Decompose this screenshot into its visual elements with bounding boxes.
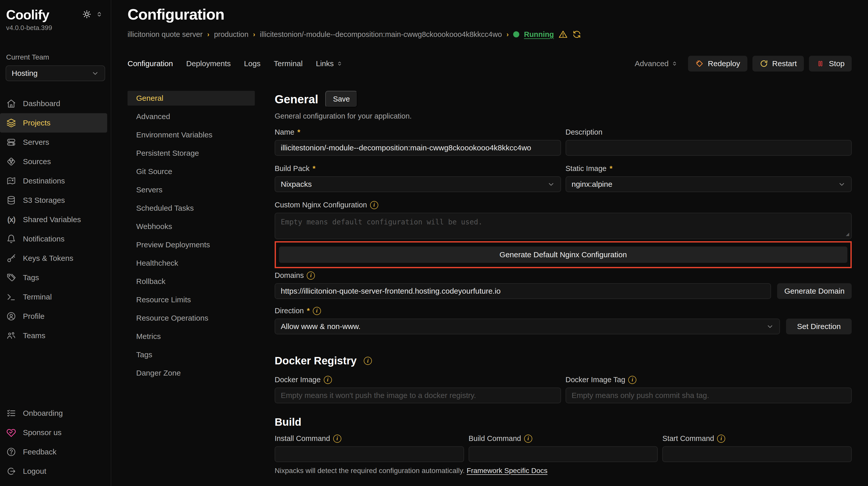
sidebar-item-onboarding[interactable]: Onboarding [0, 403, 111, 423]
info-icon[interactable]: i [370, 201, 378, 209]
chevron-down-icon [91, 69, 99, 77]
subnav-git-source[interactable]: Git Source [127, 164, 255, 179]
theme-sun-icon[interactable] [82, 10, 91, 19]
start-command-input[interactable] [662, 446, 852, 462]
description-input[interactable] [566, 140, 852, 156]
sidebar-item-shared-variables[interactable]: (x) Shared Variables [0, 210, 111, 229]
redeploy-button[interactable]: Redeploy [688, 56, 747, 71]
subnav-preview-deployments[interactable]: Preview Deployments [127, 237, 255, 252]
sidebar-item-teams[interactable]: Teams [0, 326, 111, 345]
start-command-label: Start Command [662, 434, 714, 443]
info-icon[interactable]: i [717, 434, 725, 443]
custom-nginx-textarea[interactable]: Empty means default configuration will b… [275, 213, 852, 239]
info-icon[interactable]: i [524, 434, 532, 443]
resize-handle[interactable]: ◢ [846, 231, 849, 237]
info-icon[interactable]: i [313, 307, 321, 315]
breadcrumb-project[interactable]: illicitonion quote server [127, 30, 203, 39]
info-icon[interactable]: i [628, 376, 637, 384]
tags-icon [6, 272, 16, 283]
subnav-danger-zone[interactable]: Danger Zone [127, 366, 255, 380]
subnav-webhooks[interactable]: Webhooks [127, 219, 255, 234]
build-pack-value: Nixpacks [281, 180, 312, 189]
breadcrumb-resource[interactable]: illicitestonion/-module--decomposition:m… [260, 30, 502, 39]
sidebar-item-label: Servers [23, 138, 49, 147]
user-circle-icon [6, 311, 16, 321]
install-command-input[interactable] [275, 446, 464, 462]
direction-label: Direction [275, 306, 304, 315]
subnav-environment-variables[interactable]: Environment Variables [127, 128, 255, 142]
advanced-dropdown[interactable]: Advanced [634, 59, 678, 68]
custom-nginx-placeholder: Empty means default configuration will b… [281, 218, 483, 226]
tab-logs[interactable]: Logs [244, 57, 261, 70]
generate-nginx-config-button[interactable]: Generate Default Nginx Configuration [279, 247, 847, 263]
sidebar-item-keys-tokens[interactable]: Keys & Tokens [0, 249, 111, 268]
tab-configuration[interactable]: Configuration [127, 57, 173, 70]
name-input[interactable] [275, 140, 561, 156]
status-dot [513, 31, 519, 37]
build-command-input[interactable] [469, 446, 658, 462]
sidebar-item-feedback[interactable]: Feedback [0, 442, 111, 461]
restart-button[interactable]: Restart [752, 56, 804, 71]
subnav-metrics[interactable]: Metrics [127, 329, 255, 344]
warning-icon[interactable] [558, 30, 568, 39]
sidebar-item-sponsor-us[interactable]: Sponsor us [0, 423, 111, 442]
docker-image-tag-input[interactable] [566, 388, 852, 403]
info-icon[interactable]: i [307, 271, 315, 280]
tab-terminal[interactable]: Terminal [274, 57, 303, 70]
subnav-resource-limits[interactable]: Resource Limits [127, 292, 255, 307]
breadcrumb-environment[interactable]: production [214, 30, 248, 39]
sidebar-item-label: Shared Variables [23, 215, 81, 224]
docker-image-tag-label: Docker Image Tag [566, 376, 625, 384]
sidebar-nav: Dashboard Projects Servers Sources [0, 94, 111, 481]
redeploy-label: Redeploy [708, 59, 740, 68]
tab-links[interactable]: Links [316, 57, 343, 70]
sidebar-item-logout[interactable]: Logout [0, 461, 111, 481]
refresh-icon[interactable] [572, 30, 581, 39]
info-icon[interactable]: i [324, 376, 332, 384]
section-heading-general: General [275, 92, 318, 106]
subnav-servers[interactable]: Servers [127, 183, 255, 197]
required-asterisk: * [313, 164, 315, 173]
sidebar-item-sources[interactable]: Sources [0, 152, 111, 171]
set-direction-button[interactable]: Set Direction [786, 319, 852, 334]
sidebar-item-profile[interactable]: Profile [0, 306, 111, 326]
sidebar-item-terminal[interactable]: Terminal [0, 287, 111, 306]
generate-domain-button[interactable]: Generate Domain [777, 283, 852, 299]
subnav-advanced[interactable]: Advanced [127, 109, 255, 124]
subnav-persistent-storage[interactable]: Persistent Storage [127, 146, 255, 161]
sidebar-item-label: Dashboard [23, 99, 60, 108]
sidebar-item-label: Destinations [23, 176, 65, 185]
subnav-tags[interactable]: Tags [127, 347, 255, 362]
framework-docs-link[interactable]: Framework Specific Docs [467, 467, 547, 475]
docker-image-input[interactable] [275, 388, 561, 403]
coolify-app: Coolify v4.0.0-beta.399 Cur [0, 0, 868, 486]
sidebar-item-tags[interactable]: Tags [0, 268, 111, 287]
info-icon[interactable]: i [364, 357, 372, 365]
team-select[interactable]: Hosting [6, 65, 105, 81]
save-button[interactable]: Save [325, 91, 358, 107]
direction-select[interactable]: Allow www & non-www. [275, 319, 780, 334]
theme-chevron-updown-icon[interactable] [95, 10, 103, 18]
static-image-value: nginx:alpine [572, 180, 613, 189]
sidebar-item-projects[interactable]: Projects [0, 113, 107, 133]
sidebar-item-s3-storages[interactable]: S3 Storages [0, 191, 111, 210]
database-icon [6, 195, 16, 205]
chevron-right-icon: › [207, 31, 210, 38]
subnav-rollback[interactable]: Rollback [127, 274, 255, 289]
subnav-scheduled-tasks[interactable]: Scheduled Tasks [127, 201, 255, 216]
subnav-healthcheck[interactable]: Healthcheck [127, 256, 255, 270]
info-icon[interactable]: i [333, 434, 341, 443]
sidebar-item-dashboard[interactable]: Dashboard [0, 94, 111, 113]
status-badge[interactable]: Running [524, 30, 554, 39]
subnav-resource-operations[interactable]: Resource Operations [127, 311, 255, 325]
sidebar-item-servers[interactable]: Servers [0, 133, 111, 152]
sidebar-item-notifications[interactable]: Notifications [0, 229, 111, 249]
static-image-select[interactable]: nginx:alpine [566, 176, 852, 192]
domains-input[interactable] [275, 283, 771, 299]
tab-deployments[interactable]: Deployments [186, 57, 230, 70]
sidebar-item-destinations[interactable]: Destinations [0, 171, 111, 191]
build-pack-select[interactable]: Nixpacks [275, 176, 561, 192]
subnav-general[interactable]: General [127, 91, 255, 106]
stop-button[interactable]: Stop [809, 56, 852, 71]
logout-icon [6, 466, 16, 476]
